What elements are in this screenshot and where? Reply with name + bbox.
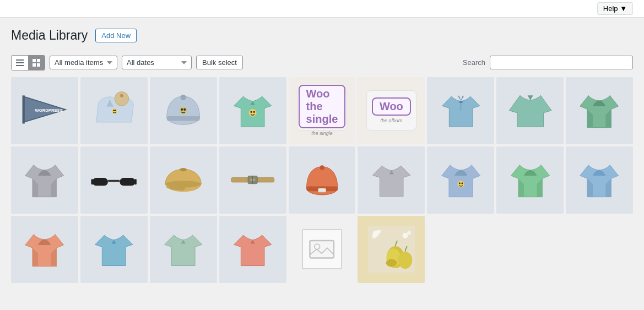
svg-point-44 (461, 182, 463, 184)
toolbar: All media items Images Audio Video Docum… (0, 52, 644, 77)
page-title: Media Library (11, 28, 88, 44)
svg-point-56 (398, 252, 412, 269)
svg-point-14 (115, 110, 116, 111)
media-item[interactable] (80, 216, 148, 283)
media-item[interactable] (150, 146, 217, 214)
media-item[interactable] (80, 77, 148, 144)
media-item[interactable] (150, 216, 217, 283)
svg-rect-1 (16, 62, 24, 63)
media-item[interactable] (150, 77, 217, 144)
svg-rect-8 (23, 96, 25, 124)
svg-point-52 (407, 231, 411, 235)
view-toggle (11, 55, 45, 70)
svg-point-13 (113, 110, 115, 111)
svg-point-51 (402, 233, 408, 238)
grid-view-button[interactable] (28, 56, 45, 70)
svg-rect-28 (108, 180, 120, 182)
svg-rect-45 (310, 241, 334, 258)
page-header: Media Library Add New (0, 18, 644, 52)
media-item[interactable] (289, 216, 356, 283)
media-item[interactable] (219, 77, 286, 144)
svg-point-20 (183, 108, 186, 111)
search-label: Search (463, 58, 485, 67)
placeholder-icon (302, 229, 342, 269)
media-grid-container: WORDPRESS (0, 77, 644, 294)
search-area: Search (463, 56, 633, 69)
media-item[interactable] (358, 146, 425, 214)
date-filter-select[interactable]: All dates January 2024 December 2023 (122, 56, 192, 69)
list-icon (15, 58, 24, 67)
media-item[interactable] (358, 216, 425, 283)
media-item[interactable] (427, 77, 494, 144)
svg-rect-4 (37, 59, 40, 62)
svg-text:WORDPRESS: WORDPRESS (35, 108, 63, 113)
svg-point-41 (320, 165, 324, 170)
svg-point-33 (180, 168, 186, 171)
media-item[interactable]: WORDPRESS (11, 77, 78, 144)
media-item[interactable] (219, 216, 286, 283)
media-item[interactable] (219, 146, 286, 214)
media-item[interactable] (11, 146, 78, 214)
svg-rect-26 (93, 178, 108, 186)
svg-point-43 (458, 182, 460, 184)
woo-album-subtitle: the album (381, 118, 403, 123)
svg-rect-27 (120, 178, 135, 186)
media-filter-select[interactable]: All media items Images Audio Video Docum… (50, 56, 117, 69)
svg-point-11 (120, 94, 123, 97)
media-grid: WORDPRESS (11, 77, 633, 283)
svg-point-12 (112, 108, 117, 114)
svg-rect-3 (33, 59, 36, 62)
svg-point-49 (372, 235, 376, 238)
media-item[interactable] (289, 146, 356, 214)
media-item[interactable]: Woo the single the single (289, 77, 356, 144)
media-item[interactable] (80, 146, 148, 214)
grid-icon (32, 58, 41, 67)
svg-point-19 (181, 108, 183, 111)
svg-point-10 (115, 92, 129, 106)
list-view-button[interactable] (12, 56, 28, 70)
woo-album-text: Woo (372, 97, 411, 116)
svg-point-22 (250, 111, 252, 113)
media-item[interactable] (11, 216, 78, 283)
media-item[interactable] (566, 146, 633, 214)
search-input[interactable] (490, 56, 633, 69)
bulk-select-button[interactable]: Bulk select (196, 56, 243, 69)
svg-rect-30 (134, 179, 137, 184)
svg-rect-25 (459, 101, 463, 103)
svg-point-50 (377, 230, 381, 233)
svg-point-55 (386, 259, 397, 267)
svg-rect-16 (167, 116, 200, 121)
media-item[interactable] (496, 77, 564, 144)
svg-rect-0 (16, 59, 24, 61)
woo-single-subtitle: the single (311, 130, 333, 136)
media-item[interactable] (496, 146, 564, 214)
media-item[interactable]: Woo the album (358, 77, 425, 144)
media-item[interactable] (566, 77, 633, 144)
svg-rect-2 (16, 65, 24, 66)
svg-rect-29 (91, 179, 94, 184)
svg-point-17 (181, 95, 186, 100)
top-bar: Help ▼ (0, 0, 644, 18)
svg-rect-40 (318, 188, 326, 192)
svg-point-23 (253, 111, 255, 113)
help-button[interactable]: Help ▼ (597, 2, 633, 15)
add-new-button[interactable]: Add New (95, 29, 137, 42)
woo-single-text: Woo the single (299, 85, 346, 128)
svg-rect-5 (33, 63, 36, 67)
svg-rect-6 (37, 63, 40, 67)
media-item[interactable] (427, 146, 494, 214)
